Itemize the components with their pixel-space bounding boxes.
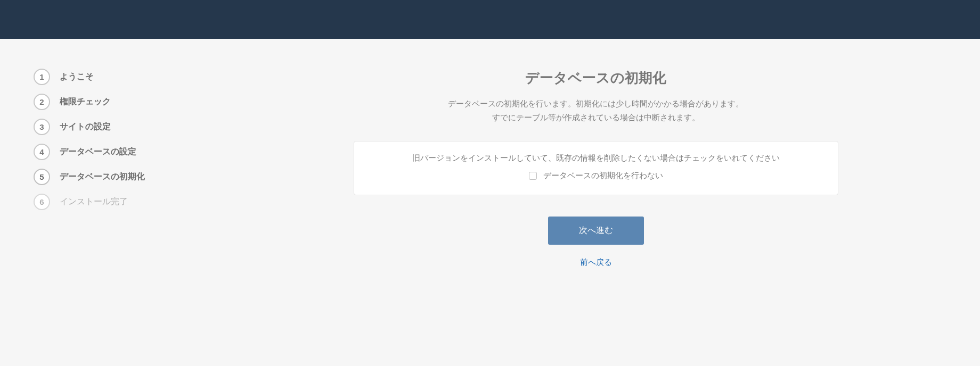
back-link[interactable]: 前へ戻る (580, 257, 612, 267)
step-item-complete: 6 インストール完了 (34, 194, 224, 210)
main-container: 1 ようこそ 2 権限チェック 3 サイトの設定 4 データベースの設定 5 デ… (0, 39, 980, 268)
description-line-1: データベースの初期化を行います。初期化には少し時間がかかる場合があります。 (448, 99, 744, 108)
step-number: 2 (34, 94, 50, 110)
page-title: データベースの初期化 (245, 69, 946, 87)
step-number: 1 (34, 69, 50, 85)
skip-db-init-checkbox[interactable] (529, 172, 537, 180)
step-item-welcome: 1 ようこそ (34, 69, 224, 85)
step-item-db-init: 5 データベースの初期化 (34, 169, 224, 185)
step-number: 3 (34, 119, 50, 135)
step-label: データベースの設定 (60, 146, 136, 157)
card-instruction: 旧バージョンをインストールしていて、既存の情報を削除したくない場合はチェックをい… (370, 153, 822, 163)
step-label: ようこそ (60, 71, 94, 82)
next-button[interactable]: 次へ進む (548, 217, 644, 245)
main-content: データベースの初期化 データベースの初期化を行います。初期化には少し時間がかかる… (224, 69, 980, 268)
step-item-db-settings: 4 データベースの設定 (34, 144, 224, 160)
step-label: 権限チェック (60, 96, 111, 107)
step-label: サイトの設定 (60, 121, 111, 132)
install-steps-sidebar: 1 ようこそ 2 権限チェック 3 サイトの設定 4 データベースの設定 5 デ… (0, 69, 224, 268)
step-label: インストール完了 (60, 196, 128, 207)
step-number: 6 (34, 194, 50, 210)
step-item-site-settings: 3 サイトの設定 (34, 119, 224, 135)
skip-db-init-label: データベースの初期化を行わない (543, 171, 663, 181)
button-area: 次へ進む 前へ戻る (245, 217, 946, 268)
page-description: データベースの初期化を行います。初期化には少し時間がかかる場合があります。 すで… (245, 97, 946, 124)
option-card: 旧バージョンをインストールしていて、既存の情報を削除したくない場合はチェックをい… (354, 141, 838, 195)
top-bar (0, 0, 980, 39)
description-line-2: すでにテーブル等が作成されている場合は中断されます。 (492, 113, 700, 122)
step-item-permission-check: 2 権限チェック (34, 94, 224, 110)
step-label: データベースの初期化 (60, 171, 145, 182)
checkbox-row: データベースの初期化を行わない (370, 171, 822, 181)
step-number: 4 (34, 144, 50, 160)
step-number: 5 (34, 169, 50, 185)
